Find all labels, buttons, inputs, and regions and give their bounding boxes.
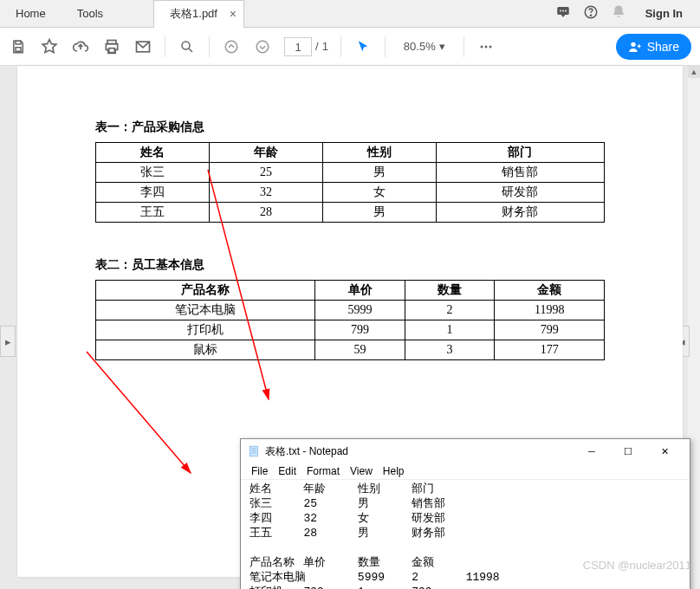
notepad-menu: File Edit Format View Help: [241, 463, 690, 480]
notepad-app-icon: [248, 445, 260, 457]
page-total: 1: [322, 40, 328, 53]
page-current-input[interactable]: 1: [284, 37, 312, 56]
svg-line-19: [87, 352, 191, 473]
share-person-icon: [628, 40, 642, 54]
notepad-titlebar[interactable]: 表格.txt - Notepad ─ ☐ ✕: [241, 439, 690, 463]
tab-home[interactable]: Home: [0, 0, 62, 28]
mail-icon[interactable]: [133, 37, 152, 56]
svg-point-5: [590, 15, 591, 16]
table1-h1: 年龄: [209, 143, 322, 163]
watermark: CSDN @nuclear2011: [583, 559, 691, 572]
tab-document-label: 表格1.pdf: [170, 6, 217, 22]
table-row: 张三25男销售部: [96, 163, 605, 183]
table2-title: 表二：员工基本信息: [95, 257, 605, 273]
menu-format[interactable]: Format: [307, 465, 340, 477]
page-sep: /: [315, 40, 319, 53]
help-icon[interactable]: [583, 4, 599, 23]
panel-expand-left-icon[interactable]: ▸: [0, 326, 16, 357]
svg-rect-9: [109, 48, 115, 52]
menu-view[interactable]: View: [350, 465, 373, 477]
table-row: 打印机7991799: [96, 320, 605, 340]
share-label: Share: [647, 40, 679, 54]
table1: 姓名 年龄 性别 部门 张三25男销售部 李四32女研发部 王五28男财务部: [95, 142, 605, 223]
svg-point-14: [480, 45, 483, 48]
svg-point-11: [182, 42, 190, 49]
notepad-textarea[interactable]: 姓名 年龄 性别 部门 张三 25 男 销售部 李四 32 女 研发部 王五 2…: [241, 480, 690, 589]
table-row: 王五28男财务部: [96, 203, 605, 223]
table1-title: 表一：产品采购信息: [95, 120, 605, 135]
svg-point-12: [225, 41, 237, 53]
toolbar: 1 / 1 80.5% ▾ Share: [0, 28, 700, 66]
star-icon[interactable]: [40, 37, 59, 56]
tabs-bar: Home Tools 表格1.pdf × Sign In: [0, 0, 700, 28]
svg-point-3: [565, 10, 567, 11]
svg-point-2: [562, 10, 564, 11]
tab-document[interactable]: 表格1.pdf ×: [153, 0, 244, 28]
page-down-icon[interactable]: [253, 37, 272, 56]
table-row: 李四32女研发部: [96, 183, 605, 203]
tab-tools[interactable]: Tools: [62, 0, 119, 28]
menu-help[interactable]: Help: [383, 465, 405, 477]
menu-file[interactable]: File: [251, 465, 268, 477]
svg-point-1: [560, 10, 561, 11]
table1-h3: 部门: [436, 143, 604, 163]
svg-point-16: [489, 45, 491, 48]
share-button[interactable]: Share: [616, 34, 691, 60]
save-icon[interactable]: [9, 37, 28, 56]
chat-icon[interactable]: [555, 4, 571, 23]
notepad-title-text: 表格.txt - Notepad: [265, 444, 348, 459]
header-right: Sign In: [545, 4, 700, 23]
svg-rect-20: [250, 446, 257, 456]
zoom-dropdown[interactable]: 80.5% ▾: [398, 37, 451, 55]
chevron-down-icon: ▾: [439, 40, 445, 53]
table-header-row: 产品名称 单价 数量 金额: [96, 281, 605, 301]
table-header-row: 姓名 年龄 性别 部门: [96, 143, 605, 163]
svg-point-13: [256, 41, 269, 53]
close-tab-icon[interactable]: ×: [230, 7, 237, 21]
page-indicator: 1 / 1: [284, 37, 328, 56]
svg-point-17: [631, 42, 635, 46]
maximize-button[interactable]: ☐: [610, 440, 646, 463]
document-area: ▲ ▸ ◂ 表一：产品采购信息 姓名 年龄 性别 部门 张三25男销售部 李四3…: [0, 66, 700, 589]
pointer-icon[interactable]: [353, 37, 373, 56]
svg-rect-6: [16, 41, 21, 44]
cloud-upload-icon[interactable]: [71, 37, 90, 56]
minimize-button[interactable]: ─: [574, 440, 610, 463]
svg-point-15: [484, 45, 487, 48]
menu-edit[interactable]: Edit: [278, 465, 296, 477]
table2: 产品名称 单价 数量 金额 笔记本电脑5999211998 打印机7991799…: [95, 280, 605, 360]
page-up-icon[interactable]: [222, 37, 241, 56]
sign-in-link[interactable]: Sign In: [638, 7, 690, 20]
svg-rect-7: [16, 47, 21, 51]
table1-h0: 姓名: [96, 143, 210, 163]
search-icon[interactable]: [178, 37, 197, 56]
scroll-up-icon[interactable]: ▲: [688, 66, 700, 78]
table-row: 鼠标593177: [96, 340, 605, 360]
table-row: 笔记本电脑5999211998: [96, 301, 605, 320]
zoom-value: 80.5%: [404, 40, 436, 53]
close-button[interactable]: ✕: [646, 440, 683, 463]
table1-h2: 性别: [322, 143, 436, 163]
more-icon[interactable]: [476, 37, 496, 56]
print-icon[interactable]: [102, 37, 121, 56]
bell-icon[interactable]: [611, 4, 626, 23]
